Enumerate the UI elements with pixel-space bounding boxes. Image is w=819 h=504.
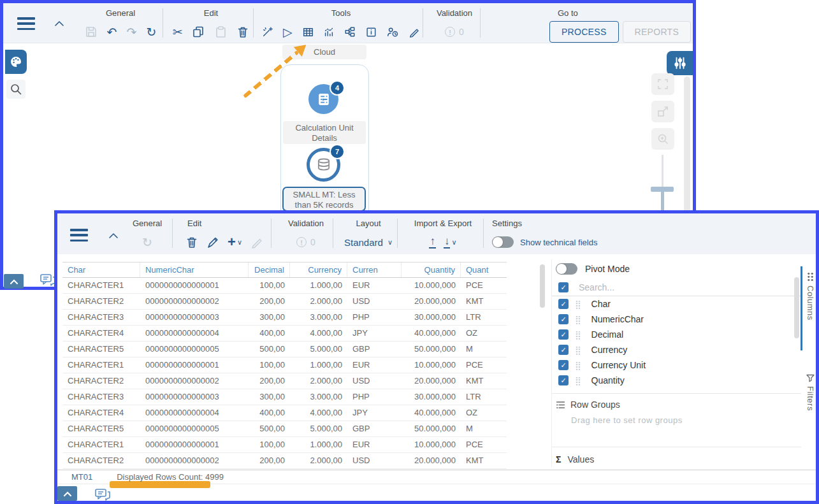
table-row[interactable]: CHARACTER10000000000000001100,001.000,00…: [62, 437, 507, 453]
panel-scrollbar[interactable]: [794, 277, 799, 338]
redo-icon[interactable]: ↷: [127, 26, 137, 38]
canvas-settings-button[interactable]: [667, 51, 693, 75]
field-checkbox[interactable]: ✓: [558, 345, 569, 355]
zoom-slider-handle[interactable]: [651, 187, 674, 192]
side-tab-filters[interactable]: Filters: [803, 374, 816, 411]
show-technical-fields-toggle[interactable]: [492, 236, 514, 248]
tab-label: Filters: [806, 386, 815, 411]
column-field-item[interactable]: ✓⣿Decimal: [552, 327, 801, 342]
pivot-mode-toggle[interactable]: [556, 263, 577, 275]
undo-icon[interactable]: ↶: [107, 26, 117, 38]
column-field-item[interactable]: ✓⣿NumericChar: [552, 312, 801, 327]
select-all-checkbox[interactable]: ✓: [558, 282, 569, 292]
edit-marker-icon[interactable]: [207, 236, 219, 248]
data-preview-table-icon[interactable]: [302, 25, 314, 39]
table-row[interactable]: CHARACTER10000000000000001100,001.000,00…: [62, 357, 507, 373]
comments-icon[interactable]: [94, 487, 112, 501]
row-groups-dropzone[interactable]: Drag here to set row groups: [552, 415, 801, 425]
lineage-hierarchy-icon[interactable]: [344, 25, 356, 38]
table-cell: GBP: [347, 342, 402, 357]
column-field-item[interactable]: ✓⣿Currency: [552, 342, 801, 357]
validation-status[interactable]: ! 0: [296, 237, 315, 247]
row-groups-header: Row Groups: [552, 398, 801, 412]
node-label-calculation-unit-details[interactable]: Calculation Unit Details: [283, 121, 366, 144]
data-preview-window: General ↻ Edit + ∨ Val: [54, 210, 819, 504]
column-header[interactable]: Quantity: [402, 263, 461, 277]
collapse-toolbar-chevron-icon[interactable]: [107, 231, 120, 241]
table-row[interactable]: CHARACTER10000000000000001100,001.000,00…: [62, 278, 507, 294]
auto-wand-icon[interactable]: [262, 25, 273, 38]
expand-bottom-panel-button[interactable]: [4, 274, 24, 289]
design-palette-button[interactable]: [5, 50, 27, 74]
table-row[interactable]: CHARACTER40000000000000004400,004.000,00…: [62, 326, 507, 342]
edit-pencil-icon[interactable]: [250, 236, 263, 248]
column-header[interactable]: NumericChar: [140, 263, 249, 277]
info-icon[interactable]: [365, 25, 377, 38]
process-button[interactable]: PROCESS: [549, 21, 619, 43]
edit-pencil-icon[interactable]: [409, 25, 420, 38]
table-cell: 3.000,00: [290, 310, 347, 325]
user-activity-icon[interactable]: [386, 25, 399, 38]
column-field-item[interactable]: ✓⣿Quantity: [552, 373, 801, 388]
save-icon[interactable]: [85, 25, 98, 38]
drag-grip-icon[interactable]: ⣿: [575, 331, 581, 339]
field-checkbox[interactable]: ✓: [558, 329, 569, 340]
pivot-mode-row: Pivot Mode: [552, 259, 801, 278]
table-row[interactable]: CHARACTER20000000000000002200,002.000,00…: [62, 453, 507, 469]
run-play-icon[interactable]: ▷: [283, 26, 293, 38]
cut-icon[interactable]: ✂: [173, 26, 183, 38]
field-checkbox[interactable]: ✓: [558, 375, 569, 385]
download-dropdown[interactable]: ↓ ∨: [444, 236, 457, 248]
table-row[interactable]: CHARACTER20000000000000002200,002.000,00…: [62, 373, 507, 389]
column-search-input[interactable]: [577, 282, 727, 293]
table-row[interactable]: CHARACTER30000000000000003300,003.000,00…: [62, 310, 507, 326]
upload-icon[interactable]: ↑: [429, 236, 436, 248]
copy-icon[interactable]: [192, 25, 205, 38]
grid-vertical-scrollbar[interactable]: [540, 264, 545, 308]
field-checkbox[interactable]: ✓: [558, 299, 569, 309]
collapse-toolbar-chevron-icon[interactable]: [53, 18, 66, 29]
add-row-dropdown[interactable]: + ∨: [228, 235, 242, 249]
reports-button[interactable]: REPORTS: [623, 21, 692, 43]
table-cell: 20.000,000: [402, 373, 461, 389]
delete-icon[interactable]: [185, 236, 198, 248]
field-checkbox[interactable]: ✓: [558, 314, 569, 324]
delete-icon[interactable]: [236, 25, 249, 38]
table-cell: PCE: [461, 437, 507, 452]
field-checkbox[interactable]: ✓: [558, 360, 569, 370]
menu-hamburger-icon[interactable]: [17, 17, 35, 30]
table-row[interactable]: CHARACTER30000000000000003300,003.000,00…: [62, 389, 507, 405]
drag-grip-icon[interactable]: ⣿: [575, 377, 581, 385]
side-tab-columns[interactable]: Columns: [803, 272, 816, 320]
table-row[interactable]: CHARACTER50000000000000005500,005.000,00…: [62, 342, 507, 357]
paste-icon[interactable]: [214, 25, 227, 38]
column-field-item[interactable]: ✓⣿Char: [552, 296, 801, 312]
refresh-icon[interactable]: ↻: [142, 236, 152, 248]
drag-grip-icon[interactable]: ⣿: [575, 315, 581, 324]
refresh-icon[interactable]: ↻: [146, 26, 156, 38]
column-header[interactable]: Decimal: [249, 263, 290, 277]
column-field-item[interactable]: ✓⣿Currency Unit: [552, 357, 801, 373]
drag-grip-icon[interactable]: ⣿: [575, 300, 581, 308]
menu-hamburger-icon[interactable]: [70, 229, 88, 241]
column-header[interactable]: Currency: [290, 263, 347, 277]
node-label-cloud[interactable]: Cloud: [282, 45, 366, 59]
expand-bottom-panel-button[interactable]: [57, 486, 77, 501]
table-row[interactable]: CHARACTER50000000000000005500,005.000,00…: [62, 421, 507, 437]
select-region-button[interactable]: [651, 73, 674, 95]
drag-grip-icon[interactable]: ⣿: [575, 361, 581, 370]
zoom-button[interactable]: [651, 128, 674, 150]
sheet-tab-mt01[interactable]: MT01: [71, 472, 92, 482]
statistics-chart-icon[interactable]: [323, 25, 335, 38]
column-header[interactable]: Curren: [347, 263, 402, 277]
column-header[interactable]: Quant: [461, 263, 507, 277]
table-row[interactable]: CHARACTER40000000000000004400,004.000,00…: [62, 405, 507, 421]
canvas-search-button[interactable]: [6, 80, 25, 99]
validation-status[interactable]: ! 0: [445, 27, 464, 37]
drag-grip-icon[interactable]: ⣿: [575, 346, 581, 354]
resize-fit-button[interactable]: [651, 101, 674, 122]
node-label-small-mt[interactable]: SMALL MT: Less than 5K records: [282, 187, 366, 212]
table-row[interactable]: CHARACTER20000000000000002200,002.000,00…: [62, 294, 507, 310]
column-header[interactable]: Char: [62, 263, 140, 277]
layout-select[interactable]: Standard: [344, 237, 383, 248]
